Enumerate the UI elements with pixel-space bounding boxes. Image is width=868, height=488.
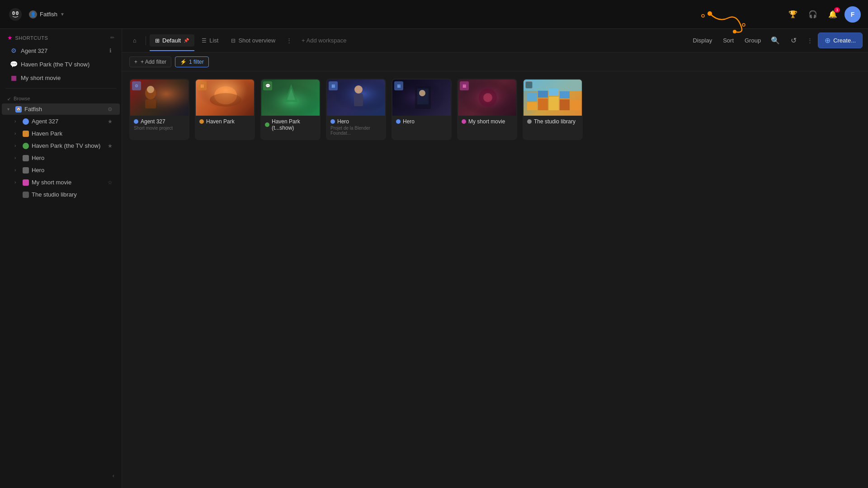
trophy-icon-btn[interactable]: 🏆 <box>785 6 801 23</box>
more-tabs-btn[interactable]: ⋮ <box>283 34 295 47</box>
tree-item-studio-library[interactable]: › The studio library <box>2 189 120 200</box>
main-layout: ★ Shortcuts ✏ ⚙ Agent 327 ℹ 💬 Haven Park… <box>0 29 868 488</box>
sidebar: ★ Shortcuts ✏ ⚙ Agent 327 ℹ 💬 Haven Park… <box>0 29 122 488</box>
tree-item-haven-park[interactable]: › Haven Park <box>2 128 120 139</box>
project-card-haven-park-show[interactable]: 💬 Haven Park (t...show) <box>260 79 321 140</box>
my-short-star-icon[interactable]: ☆ <box>108 179 113 186</box>
edit-shortcuts-icon[interactable]: ✏ <box>110 35 115 41</box>
svg-point-12 <box>147 86 154 93</box>
haven-park-show-card-info: Haven Park (t...show) <box>261 116 320 136</box>
active-filter-btn[interactable]: ⚡ 1 filter <box>175 56 209 67</box>
project-card-hero1[interactable]: ▦ Hero Projet de la Blender Foundat... <box>326 79 386 140</box>
home-btn[interactable]: ⌂ <box>127 33 142 48</box>
haven-park-tree-icon <box>23 131 29 137</box>
shot-overview-tab-icon: ⊟ <box>231 38 236 44</box>
active-filter-label: 1 filter <box>189 59 204 65</box>
svg-rect-9 <box>130 80 189 116</box>
options-btn[interactable]: ⋮ <box>803 34 816 47</box>
sidebar-item-haven-park-show[interactable]: 💬 Haven Park (the TV show) <box>3 58 119 70</box>
svg-rect-37 <box>560 91 570 99</box>
group-btn[interactable]: Group <box>740 35 765 46</box>
hero2-tree-icon <box>23 167 29 174</box>
chevron-down-icon: ▼ <box>60 12 65 17</box>
tab-default[interactable]: ⊞ Default 📌 <box>150 34 194 47</box>
display-label: Display <box>693 37 712 44</box>
fatfish-label: Fatfish <box>24 106 108 113</box>
user-name: Fatfish <box>40 11 57 18</box>
my-short-thumbnail: ▦ <box>458 80 517 116</box>
add-filter-plus-icon: + <box>134 59 137 65</box>
options-icon: ⋮ <box>807 37 813 44</box>
hero1-thumbnail: ▦ <box>327 80 386 116</box>
agent327-thumbnail: ⚙ <box>130 80 189 116</box>
sidebar-item-agent327[interactable]: ⚙ Agent 327 ℹ <box>3 44 119 57</box>
project-card-my-short-movie[interactable]: ▦ My short movie <box>457 79 517 140</box>
haven-park-show-tree-label: Haven Park (the TV show) <box>32 142 108 149</box>
svg-rect-21 <box>354 94 363 106</box>
bell-icon-btn[interactable]: 🔔 3 <box>825 6 841 23</box>
tab-shot-overview[interactable]: ⊟ Shot overview <box>226 34 281 47</box>
agent327-tree-chevron: › <box>14 119 22 124</box>
haven-park-show-star-icon[interactable]: ★ <box>108 143 113 149</box>
user-avatar-btn[interactable]: F <box>844 6 861 23</box>
svg-point-28 <box>483 93 492 102</box>
refresh-btn[interactable]: ↺ <box>785 33 802 49</box>
sort-btn[interactable]: Sort <box>718 35 738 46</box>
svg-rect-30 <box>538 99 548 110</box>
my-short-label: My short movie <box>21 75 112 81</box>
svg-rect-34 <box>527 93 537 101</box>
shot-overview-tab-label: Shot overview <box>238 37 275 44</box>
svg-point-10 <box>145 87 156 99</box>
svg-rect-11 <box>145 99 156 108</box>
shortcuts-section: ★ Shortcuts ✏ <box>0 29 122 44</box>
tree-item-hero2[interactable]: › Hero <box>2 164 120 176</box>
filter-funnel-icon: ⚡ <box>180 59 187 65</box>
haven-park-show-thumbnail: 💬 <box>261 80 321 116</box>
my-short-tree-icon <box>23 179 29 186</box>
tree-item-agent327[interactable]: › Agent 327 ★ <box>2 116 120 127</box>
agent327-info-icon: ℹ <box>109 47 112 54</box>
add-filter-label: + Add filter <box>141 59 166 65</box>
haven-park-show-icon: 💬 <box>10 61 17 68</box>
user-info[interactable]: 👤 Fatfish ▼ <box>29 10 65 19</box>
toolbar: ⌂ ⊞ Default 📌 ☰ List ⊟ Shot overview ⋮ +… <box>122 29 868 52</box>
my-short-type-dot <box>462 119 466 124</box>
tree-item-fatfish[interactable]: ▾ 🏠 Fatfish ⚙ <box>2 103 120 115</box>
headphones-icon-btn[interactable]: 🎧 <box>805 6 821 23</box>
studio-library-checkbox[interactable] <box>525 81 533 89</box>
user-avatar-small: 👤 <box>29 10 37 19</box>
svg-point-20 <box>354 85 363 94</box>
project-card-hero2[interactable]: ▦ Hero <box>392 79 452 140</box>
create-btn[interactable]: ⊕ Create... <box>818 33 863 48</box>
sidebar-item-my-short[interactable]: ▦ My short movie <box>3 71 119 84</box>
my-short-card-name: My short movie <box>468 118 505 125</box>
project-card-haven-park[interactable]: ▦ Haven Park <box>195 79 255 140</box>
tree-item-hero1[interactable]: › Hero <box>2 152 120 164</box>
create-plus-icon: ⊕ <box>825 36 830 45</box>
collapse-icon: ‹ <box>113 472 114 479</box>
project-card-agent327[interactable]: ⚙ Agent 327 Short movie project <box>129 79 189 140</box>
display-btn[interactable]: Display <box>689 35 717 46</box>
fatfish-chevron: ▾ <box>7 107 14 112</box>
agent327-star-icon[interactable]: ★ <box>108 118 113 125</box>
agent327-card-info: Agent 327 Short movie project <box>130 116 189 134</box>
tab-list[interactable]: ☰ List <box>196 34 224 47</box>
default-tab-icon: ⊞ <box>155 38 160 44</box>
hero1-card-info: Hero Projet de la Blender Foundat... <box>327 116 385 139</box>
haven-park-show-chevron: › <box>14 143 22 148</box>
tree-item-my-short[interactable]: › My short movie ☆ <box>2 177 120 188</box>
search-btn[interactable]: 🔍 <box>767 33 783 49</box>
hero2-card-name: Hero <box>403 118 415 125</box>
svg-rect-31 <box>549 97 559 110</box>
sidebar-collapse-btn[interactable]: ‹ <box>0 467 122 484</box>
my-short-card-info: My short movie <box>458 116 516 129</box>
studio-library-card-name: The studio library <box>534 118 576 125</box>
project-card-studio-library[interactable]: The studio library <box>523 79 583 140</box>
default-tab-label: Default <box>162 37 181 44</box>
add-workspace-btn[interactable]: + Add workspace <box>297 34 351 47</box>
add-filter-btn[interactable]: + + Add filter <box>129 56 171 67</box>
filter-bar: + + Add filter ⚡ 1 filter <box>122 52 868 71</box>
fatfish-settings-icon[interactable]: ⚙ <box>108 106 113 113</box>
svg-point-15 <box>210 93 241 107</box>
tree-item-haven-park-show[interactable]: › Haven Park (the TV show) ★ <box>2 140 120 151</box>
